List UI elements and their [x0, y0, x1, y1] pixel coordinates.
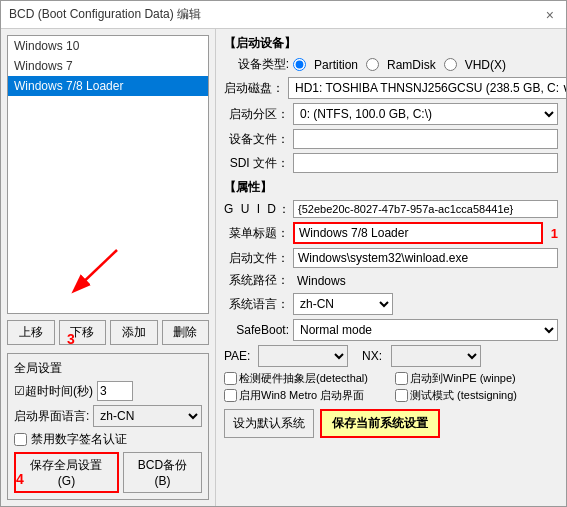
sdi-file-input[interactable] — [293, 153, 558, 173]
guid-label: G U I D： — [224, 201, 289, 218]
winpe-option: 启动到WinPE (winpe) — [395, 371, 558, 386]
no-sign-label: 禁用数字签名认证 — [31, 431, 127, 448]
timeout-row: ☑超时时间(秒) — [14, 381, 202, 401]
device-file-input[interactable] — [293, 129, 558, 149]
safeboot-label: SafeBoot: — [224, 323, 289, 337]
detect-hal-option: 检测硬件抽象层(detecthal) — [224, 371, 387, 386]
ui-lang-row: 启动界面语言: zh-CN — [14, 405, 202, 427]
close-button[interactable]: × — [542, 7, 558, 23]
ramdisk-label: RamDisk — [387, 58, 436, 72]
sys-lang-label: 系统语言： — [224, 296, 289, 313]
boot-disk-row: 启动磁盘： HD1: TOSHIBA THNSNJ256GCSU (238.5 … — [224, 77, 558, 99]
pae-nx-row: PAE: NX: — [224, 345, 558, 367]
winpe-checkbox[interactable] — [395, 372, 408, 385]
main-window: BCD (Boot Configuration Data) 编辑 × Windo… — [0, 0, 567, 507]
global-settings-section: 全局设置 ☑超时时间(秒) 启动界面语言: zh-CN 禁用数字签名认证 保存全… — [7, 353, 209, 500]
pae-select[interactable] — [258, 345, 348, 367]
ui-lang-select[interactable]: zh-CN — [93, 405, 202, 427]
sys-lang-select[interactable]: zh-CN — [293, 293, 393, 315]
boot-device-title: 【启动设备】 — [224, 35, 558, 52]
detect-hal-checkbox[interactable] — [224, 372, 237, 385]
testsigning-option: 测试模式 (testsigning) — [395, 388, 558, 403]
delete-button[interactable]: 删除 — [162, 320, 210, 345]
list-item-win78loader[interactable]: Windows 7/8 Loader — [8, 76, 208, 96]
partition-label: Partition — [314, 58, 358, 72]
device-file-row: 设备文件： — [224, 129, 558, 149]
boot-file-label: 启动文件： — [224, 250, 289, 267]
guid-row: G U I D： — [224, 200, 558, 218]
bcd-backup-button[interactable]: BCD备份(B) — [123, 452, 202, 493]
action-buttons: 设为默认系统 保存当前系统设置 — [224, 409, 558, 438]
boot-file-input[interactable] — [293, 248, 558, 268]
list-buttons: 上移 下移 添加 删除 — [7, 320, 209, 345]
set-default-button[interactable]: 设为默认系统 — [224, 409, 314, 438]
device-type-row: 设备类型: Partition RamDisk VHD(X) — [224, 56, 558, 73]
boot-entries-list[interactable]: Windows 10 Windows 7 Windows 7/8 Loader — [7, 35, 209, 314]
no-sign-row: 禁用数字签名认证 — [14, 431, 202, 448]
device-file-label: 设备文件： — [224, 131, 289, 148]
left-panel: Windows 10 Windows 7 Windows 7/8 Loader … — [1, 29, 216, 506]
win8metro-label: 启用Win8 Metro 启动界面 — [239, 388, 364, 403]
guid-input[interactable] — [293, 200, 558, 218]
partition-radio[interactable] — [293, 58, 306, 71]
move-down-button[interactable]: 下移 — [59, 320, 107, 345]
add-button[interactable]: 添加 — [110, 320, 158, 345]
safeboot-row: SafeBoot: Normal mode — [224, 319, 558, 341]
detect-hal-label: 检测硬件抽象层(detecthal) — [239, 371, 368, 386]
sys-path-label: 系统路径： — [224, 272, 289, 289]
list-item-win10[interactable]: Windows 10 — [8, 36, 208, 56]
vhd-radio[interactable] — [444, 58, 457, 71]
save-global-button[interactable]: 保存全局设置(G) — [14, 452, 119, 493]
list-item-win7[interactable]: Windows 7 — [8, 56, 208, 76]
win8metro-checkbox[interactable] — [224, 389, 237, 402]
sdi-file-row: SDI 文件： — [224, 153, 558, 173]
save-current-button[interactable]: 保存当前系统设置 — [320, 409, 440, 438]
safeboot-select[interactable]: Normal mode — [293, 319, 558, 341]
ui-lang-label: 启动界面语言: — [14, 408, 89, 425]
testsigning-label: 测试模式 (testsigning) — [410, 388, 517, 403]
content-area: Windows 10 Windows 7 Windows 7/8 Loader … — [1, 29, 566, 506]
no-sign-checkbox[interactable] — [14, 433, 27, 446]
nx-label: NX: — [362, 349, 387, 363]
device-type-label: 设备类型: — [224, 56, 289, 73]
winpe-label: 启动到WinPE (winpe) — [410, 371, 516, 386]
right-panel: 【启动设备】 设备类型: Partition RamDisk VHD(X) 启动… — [216, 29, 566, 506]
properties-title: 【属性】 — [224, 179, 558, 196]
timeout-label: ☑超时时间(秒) — [14, 383, 93, 400]
boot-partition-label: 启动分区： — [224, 106, 289, 123]
pae-label: PAE: — [224, 349, 254, 363]
timeout-input[interactable] — [97, 381, 133, 401]
sys-path-row: 系统路径： Windows — [224, 272, 558, 289]
sys-path-value: Windows — [297, 274, 346, 288]
testsigning-checkbox[interactable] — [395, 389, 408, 402]
annotation-1: 1 — [551, 226, 558, 241]
boot-disk-label: 启动磁盘： — [224, 80, 284, 97]
sys-lang-row: 系统语言： zh-CN — [224, 293, 558, 315]
titlebar: BCD (Boot Configuration Data) 编辑 × — [1, 1, 566, 29]
bottom-action-buttons: 保存全局设置(G) BCD备份(B) — [14, 452, 202, 493]
boot-partition-row: 启动分区： 0: (NTFS, 100.0 GB, C:\) — [224, 103, 558, 125]
menu-title-input[interactable] — [293, 222, 543, 244]
global-settings-title: 全局设置 — [14, 360, 202, 377]
menu-title-row: 菜单标题： 1 — [224, 222, 558, 244]
window-title: BCD (Boot Configuration Data) 编辑 — [9, 6, 201, 23]
move-up-button[interactable]: 上移 — [7, 320, 55, 345]
device-type-radio-group: Partition RamDisk VHD(X) — [293, 58, 506, 72]
nx-select[interactable] — [391, 345, 481, 367]
checkbox-options-row: 检测硬件抽象层(detecthal) 启动到WinPE (winpe) 启用Wi… — [224, 371, 558, 403]
ramdisk-radio[interactable] — [366, 58, 379, 71]
boot-file-row: 启动文件： — [224, 248, 558, 268]
boot-disk-select[interactable]: HD1: TOSHIBA THNSNJ256GCSU (238.5 GB, C:… — [288, 77, 566, 99]
sdi-file-label: SDI 文件： — [224, 155, 289, 172]
boot-partition-select[interactable]: 0: (NTFS, 100.0 GB, C:\) — [293, 103, 558, 125]
win8metro-option: 启用Win8 Metro 启动界面 — [224, 388, 387, 403]
menu-title-label: 菜单标题： — [224, 225, 289, 242]
vhd-label: VHD(X) — [465, 58, 506, 72]
